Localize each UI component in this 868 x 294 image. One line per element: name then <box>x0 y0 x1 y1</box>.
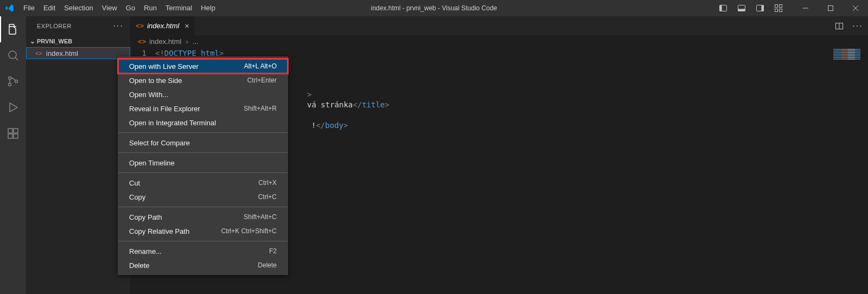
context-menu-item[interactable]: Reveal in File ExplorerShift+Alt+R <box>118 101 288 116</box>
svg-rect-9 <box>780 9 782 12</box>
context-menu-shortcut: Ctrl+Enter <box>247 76 277 84</box>
chevron-right-icon: › <box>186 37 188 46</box>
menu-selection[interactable]: Selection <box>60 0 97 16</box>
activity-run-debug-icon[interactable] <box>0 94 26 120</box>
tab-label: index.html <box>147 22 179 30</box>
context-menu-item[interactable]: CopyCtrl+C <box>118 190 288 204</box>
context-menu-shortcut: Alt+L Alt+O <box>244 62 277 70</box>
context-menu-shortcut: F2 <box>269 247 277 255</box>
svg-rect-21 <box>8 134 12 138</box>
context-menu-shortcut: Ctrl+C <box>258 193 277 201</box>
menu-file[interactable]: File <box>19 0 39 16</box>
window-title: index.html - prvni_web - Visual Studio C… <box>371 4 497 12</box>
menu-terminal[interactable]: Terminal <box>161 0 196 16</box>
sidebar-more-icon[interactable]: ··· <box>113 21 124 31</box>
context-menu-item[interactable]: Open Timeline <box>118 156 288 170</box>
context-menu-label: Cut <box>129 179 140 187</box>
activity-search-icon[interactable] <box>0 42 26 68</box>
file-row-index-html[interactable]: <> index.html <box>26 47 130 59</box>
minimap[interactable] <box>833 49 860 60</box>
context-menu-item[interactable]: Select for Compare <box>118 136 288 150</box>
context-menu-label: Select for Compare <box>129 139 190 147</box>
svg-rect-20 <box>8 129 12 133</box>
window-maximize-button[interactable] <box>818 0 843 16</box>
svg-rect-5 <box>762 5 764 11</box>
window-minimize-button[interactable] <box>793 0 818 16</box>
context-menu-label: Open in Integrated Terminal <box>129 119 216 127</box>
sidebar-header: EXPLORER ··· <box>26 16 130 35</box>
menu-bar: File Edit Selection View Go Run Terminal… <box>19 0 220 16</box>
breadcrumb[interactable]: <> index.html › ... <box>130 35 868 47</box>
context-menu-item[interactable]: Open to the SideCtrl+Enter <box>118 73 288 87</box>
html-file-icon: <> <box>138 37 146 46</box>
context-menu-shortcut: Shift+Alt+R <box>244 105 277 112</box>
split-editor-icon[interactable] <box>833 20 845 32</box>
context-menu-item[interactable]: Open in Integrated Terminal <box>118 116 288 130</box>
context-menu-shortcut: Delete <box>258 261 277 269</box>
editor-tabs: <> index.html × ··· <box>130 16 868 35</box>
menu-view[interactable]: View <box>98 0 122 16</box>
context-menu-item[interactable]: DeleteDelete <box>118 258 288 272</box>
context-menu-shortcut: Shift+Alt+C <box>244 213 277 221</box>
activity-source-control-icon[interactable] <box>0 68 26 94</box>
context-menu-label: Open Timeline <box>129 159 175 167</box>
context-menu-label: Open With... <box>129 91 168 99</box>
menu-edit[interactable]: Edit <box>39 0 60 16</box>
vscode-logo-icon <box>0 4 19 12</box>
context-menu-shortcut: Ctrl+K Ctrl+Shift+C <box>221 227 277 235</box>
svg-point-14 <box>9 51 16 59</box>
svg-line-15 <box>15 57 18 60</box>
context-menu-item[interactable]: Rename...F2 <box>118 244 288 258</box>
context-menu-label: Delete <box>129 261 150 270</box>
editor-more-icon[interactable]: ··· <box>852 20 864 32</box>
context-menu-shortcut: Ctrl+X <box>258 179 277 187</box>
context-menu-label: Rename... <box>129 247 162 255</box>
breadcrumb-rest: ... <box>193 37 199 46</box>
svg-rect-6 <box>775 5 778 8</box>
menu-go[interactable]: Go <box>122 0 139 16</box>
context-menu-item[interactable]: CutCtrl+X <box>118 176 288 190</box>
context-menu-label: Copy Path <box>129 213 162 221</box>
context-menu-separator <box>118 241 288 241</box>
svg-rect-22 <box>14 134 18 138</box>
title-bar-right <box>714 0 868 16</box>
context-menu-separator <box>118 152 288 153</box>
context-menu-label: Open with Live Server <box>129 62 199 71</box>
context-menu-item[interactable]: Copy PathShift+Alt+C <box>118 210 288 224</box>
window-close-button[interactable] <box>843 0 868 16</box>
context-menu-label: Reveal in File Explorer <box>129 105 200 113</box>
html-file-icon: <> <box>136 22 144 30</box>
folder-name: PRVNI_WEB <box>37 38 72 44</box>
tab-index-html[interactable]: <> index.html × <box>130 16 195 35</box>
context-menu-item[interactable]: Copy Relative PathCtrl+K Ctrl+Shift+C <box>118 224 288 238</box>
breadcrumb-file: index.html <box>149 37 181 46</box>
context-menu-separator <box>118 172 288 173</box>
svg-rect-11 <box>828 6 833 11</box>
chevron-down-icon: ⌄ <box>28 37 37 45</box>
context-menu-separator <box>118 132 288 133</box>
layout-toggle-secondary-sidebar-icon[interactable] <box>751 0 769 16</box>
close-tab-icon[interactable]: × <box>184 22 189 30</box>
svg-rect-7 <box>780 5 782 8</box>
context-menu-item[interactable]: Open With... <box>118 87 288 101</box>
context-menu-label: Open to the Side <box>129 76 182 85</box>
title-bar: File Edit Selection View Go Run Terminal… <box>0 0 868 16</box>
menu-run[interactable]: Run <box>139 0 161 16</box>
svg-point-16 <box>9 77 11 80</box>
context-menu-item[interactable]: Open with Live ServerAlt+L Alt+O <box>118 59 288 73</box>
layout-toggle-panel-icon[interactable] <box>732 0 751 16</box>
activity-extensions-icon[interactable] <box>0 120 26 146</box>
svg-text:<>: <> <box>35 50 42 56</box>
folder-header[interactable]: ⌄ PRVNI_WEB <box>26 35 130 47</box>
menu-help[interactable]: Help <box>196 0 220 16</box>
activity-explorer-icon[interactable] <box>0 16 26 42</box>
context-menu-label: Copy <box>129 193 145 201</box>
svg-rect-23 <box>14 129 18 133</box>
layout-toggle-primary-sidebar-icon[interactable] <box>714 0 732 16</box>
explorer-sidebar: EXPLORER ··· ⌄ PRVNI_WEB <> index.html <box>26 16 130 294</box>
html-file-icon: <> <box>35 49 43 57</box>
svg-point-18 <box>15 80 18 83</box>
context-menu-label: Copy Relative Path <box>129 227 189 235</box>
layout-customize-icon[interactable] <box>769 0 788 16</box>
sidebar-title: EXPLORER <box>37 23 72 29</box>
